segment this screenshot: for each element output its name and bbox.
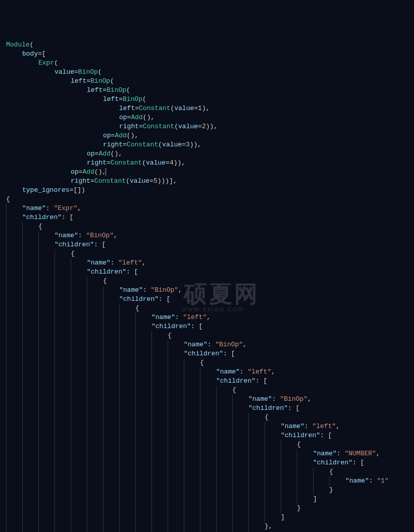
code-line[interactable]: op=Add(), bbox=[6, 113, 414, 122]
token-field: value bbox=[178, 123, 198, 130]
code-line[interactable]: Module( bbox=[6, 40, 414, 49]
token-punc: , bbox=[178, 286, 182, 294]
code-line[interactable]: { bbox=[6, 222, 414, 231]
code-line[interactable]: "name": "Expr", bbox=[6, 204, 414, 213]
code-line[interactable]: "children": [ bbox=[6, 377, 414, 386]
code-line[interactable]: "children": [ bbox=[6, 431, 414, 440]
token-key: "children" bbox=[216, 377, 255, 385]
token-punc: = bbox=[107, 159, 111, 167]
code-line[interactable]: type_ignores=[]) bbox=[6, 186, 414, 195]
token-punc: : [ bbox=[191, 323, 202, 330]
code-line[interactable]: { bbox=[6, 331, 414, 340]
code-content[interactable]: Module(body=[Expr(value=BinOp(left=BinOp… bbox=[6, 40, 414, 532]
token-field: value bbox=[146, 159, 166, 167]
code-line[interactable]: right=Constant(value=3)), bbox=[6, 140, 414, 149]
code-line[interactable]: }, bbox=[6, 522, 414, 531]
token-str: "left" bbox=[312, 422, 336, 430]
token-field: value bbox=[55, 68, 74, 76]
token-punc: )), bbox=[190, 141, 201, 148]
token-key: "name" bbox=[22, 204, 46, 212]
code-line[interactable]: right=Constant(value=2)), bbox=[6, 122, 414, 131]
code-line[interactable]: "name": "BinOp", bbox=[6, 395, 414, 404]
code-line[interactable]: "children": [ bbox=[6, 295, 414, 304]
token-punc: : bbox=[369, 477, 377, 485]
code-line[interactable]: "children": [ bbox=[6, 268, 414, 277]
token-punc: { bbox=[103, 277, 107, 285]
token-punc: : bbox=[175, 313, 183, 321]
token-str: "1" bbox=[377, 477, 388, 485]
code-line[interactable]: "name": "left", bbox=[6, 258, 414, 268]
code-line[interactable]: } bbox=[6, 486, 414, 495]
code-line[interactable]: Expr( bbox=[6, 59, 414, 68]
code-line[interactable]: right=Constant(value=5)))], bbox=[6, 177, 414, 186]
token-punc: =[ bbox=[38, 50, 46, 58]
code-line[interactable]: { bbox=[6, 386, 414, 395]
code-line[interactable]: "children": [ bbox=[6, 404, 414, 413]
token-num: 5 bbox=[153, 177, 158, 185]
code-line[interactable]: "name": "left", bbox=[6, 367, 414, 377]
token-str: "left" bbox=[118, 259, 142, 267]
token-key: "name" bbox=[151, 313, 175, 321]
code-line[interactable]: { bbox=[6, 304, 414, 313]
code-line[interactable]: { bbox=[6, 249, 414, 258]
token-key: "name" bbox=[313, 450, 337, 457]
token-punc: ( bbox=[174, 123, 178, 130]
token-punc: : bbox=[143, 286, 151, 294]
token-punc: , bbox=[206, 313, 211, 321]
code-line[interactable]: value=BinOp( bbox=[6, 68, 414, 77]
code-line[interactable]: { bbox=[6, 467, 414, 476]
code-line[interactable]: "name": "1" bbox=[6, 476, 414, 486]
code-line[interactable]: "children": [ bbox=[6, 349, 414, 358]
token-punc: : bbox=[111, 259, 119, 267]
token-punc: }, bbox=[265, 522, 273, 530]
code-line[interactable]: body=[ bbox=[6, 49, 414, 59]
token-punc: = bbox=[194, 104, 198, 112]
token-punc: : [ bbox=[126, 268, 138, 276]
code-line[interactable]: "name": "BinOp", bbox=[6, 340, 414, 349]
code-line[interactable]: left=Constant(value=1), bbox=[6, 104, 414, 113]
token-str: "Expr" bbox=[54, 204, 77, 212]
token-punc: , bbox=[271, 368, 275, 376]
token-field: right bbox=[71, 177, 90, 185]
token-type: Constant bbox=[127, 141, 158, 148]
token-punc: ), bbox=[202, 104, 210, 112]
token-punc: ( bbox=[110, 77, 114, 85]
code-line[interactable]: "name": "BinOp", bbox=[6, 231, 414, 240]
code-line[interactable]: "name": "BinOp", bbox=[6, 286, 414, 295]
code-line[interactable]: } bbox=[6, 504, 414, 513]
token-punc: = bbox=[166, 159, 170, 167]
code-line[interactable]: "name": "left", bbox=[6, 313, 414, 322]
token-type: Expr bbox=[38, 59, 54, 67]
token-num: 2 bbox=[202, 123, 206, 130]
code-line[interactable]: left=BinOp( bbox=[6, 86, 414, 95]
token-punc: : bbox=[337, 450, 345, 457]
code-line[interactable]: ] bbox=[6, 495, 414, 504]
code-line[interactable]: "children": [ bbox=[6, 213, 414, 222]
code-line[interactable]: op=Add(), bbox=[6, 168, 414, 177]
code-line[interactable]: right=Constant(value=4)), bbox=[6, 158, 414, 168]
code-line[interactable]: { bbox=[6, 195, 414, 204]
token-key: "children" bbox=[119, 295, 159, 303]
code-line[interactable]: op=Add(), bbox=[6, 149, 414, 158]
code-line[interactable]: { bbox=[6, 358, 414, 367]
code-line[interactable]: { bbox=[6, 277, 414, 286]
token-punc: } bbox=[329, 486, 333, 494]
code-line[interactable]: op=Add(), bbox=[6, 131, 414, 140]
token-type: Add bbox=[115, 132, 126, 139]
token-type: Add bbox=[98, 150, 110, 157]
code-line[interactable]: { bbox=[6, 440, 414, 449]
code-line[interactable]: "children": [ bbox=[6, 240, 414, 249]
token-punc: : bbox=[78, 232, 86, 239]
token-type: Constant bbox=[94, 177, 126, 185]
token-field: value bbox=[130, 177, 149, 185]
code-line[interactable]: left=BinOp( bbox=[6, 77, 414, 86]
token-key: "children" bbox=[281, 432, 320, 439]
code-line[interactable]: "name": "left", bbox=[6, 422, 414, 431]
code-line[interactable]: { bbox=[6, 413, 414, 422]
code-line[interactable]: left=BinOp( bbox=[6, 95, 414, 104]
code-line[interactable]: "name": "NUMBER", bbox=[6, 449, 414, 458]
code-line[interactable]: "children": [ bbox=[6, 322, 414, 331]
token-str: "BinOp" bbox=[150, 286, 178, 294]
code-line[interactable]: ] bbox=[6, 513, 414, 522]
code-line[interactable]: "children": [ bbox=[6, 458, 414, 467]
